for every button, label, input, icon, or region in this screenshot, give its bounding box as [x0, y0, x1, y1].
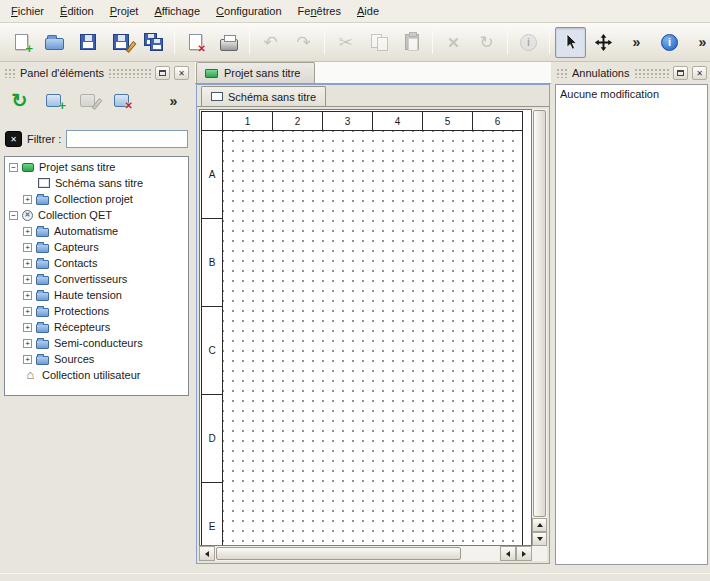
expand-toggle-icon[interactable]: +	[23, 323, 32, 332]
new-project-button[interactable]: +	[6, 27, 37, 58]
ruler-row-A: A	[201, 131, 223, 219]
select-mode-button[interactable]	[555, 27, 586, 58]
tree-item-protections[interactable]: +Protections	[5, 303, 188, 319]
elements-dock: Panel d'éléments ✕ ↻+✕» ✕ Filtrer : −Pro…	[0, 62, 193, 573]
expand-toggle-icon[interactable]: +	[23, 243, 32, 252]
about-button[interactable]: i	[654, 27, 685, 58]
tree-item-projet-sans-titre[interactable]: −Projet sans titre	[5, 159, 188, 175]
tree-item-label: Haute tension	[54, 289, 122, 301]
tree-item-recepteurs[interactable]: +Récepteurs	[5, 319, 188, 335]
elements-panel-toolbar: ↻+✕»	[3, 83, 190, 118]
delete-selection-button: ✕	[438, 27, 469, 58]
dock-grip	[556, 68, 568, 78]
tree-item-semi-conducteurs[interactable]: +Semi-conducteurs	[5, 335, 188, 351]
expand-toggle-icon[interactable]: +	[23, 195, 32, 204]
elements-dock-float-button[interactable]	[155, 66, 170, 80]
expand-toggle-icon[interactable]: +	[23, 227, 32, 236]
tree-item-schema-sans-titre[interactable]: Schéma sans titre	[5, 175, 188, 191]
rotate-icon: ↻	[479, 34, 493, 51]
info-gray-icon: i	[520, 34, 537, 51]
hscroll-trough[interactable]	[215, 546, 500, 561]
expand-toggle-icon[interactable]: +	[23, 275, 32, 284]
ruler-column-2: 2	[273, 111, 323, 131]
new-element-button[interactable]: +	[39, 86, 68, 115]
refresh-icon: ↻	[12, 91, 28, 110]
menu-configuration[interactable]: Configuration	[208, 2, 289, 20]
elements-dock-close-button[interactable]: ✕	[174, 66, 189, 80]
menu-fichier[interactable]: Fichier	[3, 2, 52, 20]
move-icon	[594, 33, 613, 52]
scroll-left-button[interactable]	[199, 546, 215, 561]
scroll-left-button-end[interactable]	[500, 546, 516, 561]
workspace: Panel d'éléments ✕ ↻+✕» ✕ Filtrer : −Pro…	[0, 62, 710, 573]
dock-grip	[4, 68, 16, 78]
expand-toggle-icon[interactable]: +	[23, 291, 32, 300]
menu-affichage[interactable]: Affichage	[146, 2, 208, 20]
hscroll-thumb[interactable]	[216, 547, 461, 560]
delete-element-button[interactable]: ✕	[107, 86, 136, 115]
undo-item[interactable]: Aucune modification	[558, 86, 705, 102]
toolbar-separator	[249, 30, 250, 54]
tab-diagram[interactable]: Schéma sans titre	[201, 86, 326, 106]
elements-dock-titlebar[interactable]: Panel d'éléments ✕	[4, 65, 189, 81]
menu-aide[interactable]: Aide	[349, 2, 387, 20]
menu-projet[interactable]: Projet	[102, 2, 147, 20]
reload-collections-button[interactable]: ↻	[5, 86, 34, 115]
ruler-column-3: 3	[323, 111, 373, 131]
toolbar-overflow-button[interactable]: »	[621, 27, 652, 58]
tree-item-automatisme[interactable]: +Automatisme	[5, 223, 188, 239]
clear-filter-button[interactable]: ✕	[5, 131, 22, 147]
save-all-button[interactable]	[138, 27, 169, 58]
scroll-down-button[interactable]	[532, 532, 547, 546]
close-icon: ✕	[696, 69, 703, 78]
copy-button	[363, 27, 394, 58]
menu-fenetres[interactable]: Fenêtres	[290, 2, 349, 20]
tree-item-convertisseurs[interactable]: +Convertisseurs	[5, 271, 188, 287]
diagram-canvas[interactable]: 123456 ABCDE	[199, 109, 532, 546]
scroll-right-button[interactable]	[516, 546, 532, 561]
filter-input[interactable]	[66, 130, 188, 148]
tree-item-collection-qet[interactable]: −Collection QET	[5, 207, 188, 223]
edit-element-icon	[80, 94, 95, 107]
tree-item-capteurs[interactable]: +Capteurs	[5, 239, 188, 255]
tree-item-contacts[interactable]: +Contacts	[5, 255, 188, 271]
tree-item-haute-tension[interactable]: +Haute tension	[5, 287, 188, 303]
schema-icon	[38, 178, 50, 188]
undo-dock-close-button[interactable]: ✕	[692, 66, 707, 80]
open-project-button[interactable]	[39, 27, 70, 58]
save-button[interactable]	[72, 27, 103, 58]
panel-overflow-button[interactable]: »	[159, 86, 188, 115]
save-as-button[interactable]	[105, 27, 136, 58]
delete-icon: ✕	[447, 35, 460, 50]
collapse-toggle-icon[interactable]: −	[9, 211, 18, 220]
menu-bar: FichierÉditionProjetAffichageConfigurati…	[0, 0, 710, 23]
undo-dock-title: Annulations	[572, 67, 630, 79]
horizontal-scrollbar[interactable]	[199, 546, 532, 561]
help-toolbar-overflow-button[interactable]: »	[687, 27, 710, 58]
tree-item-collection-utilisateur[interactable]: Collection utilisateur	[5, 367, 188, 383]
vscroll-trough[interactable]	[532, 109, 547, 518]
vscroll-thumb[interactable]	[533, 110, 546, 517]
expand-toggle-icon[interactable]: +	[23, 307, 32, 316]
redo-button: ↷	[288, 27, 319, 58]
diagram-frame: 123456 ABCDE	[201, 111, 523, 546]
tab-project[interactable]: Projet sans titre	[196, 62, 315, 83]
tree-item-label: Collection projet	[54, 193, 133, 205]
undo-dock-titlebar[interactable]: Annulations ✕	[556, 65, 707, 81]
expand-toggle-icon[interactable]: +	[23, 259, 32, 268]
ruler-row-E: E	[201, 483, 223, 546]
undo-history-list[interactable]: Aucune modification	[555, 84, 708, 565]
down-arrow-icon	[537, 537, 543, 541]
expand-toggle-icon[interactable]: +	[23, 339, 32, 348]
tree-item-collection-projet[interactable]: +Collection projet	[5, 191, 188, 207]
undo-dock-float-button[interactable]	[673, 66, 688, 80]
close-project-button[interactable]: ✕	[180, 27, 211, 58]
expand-toggle-icon[interactable]: +	[23, 355, 32, 364]
scroll-up-button[interactable]	[532, 518, 547, 532]
tree-item-sources[interactable]: +Sources	[5, 351, 188, 367]
menu-edition[interactable]: Édition	[52, 2, 102, 20]
pan-mode-button[interactable]	[588, 27, 619, 58]
collapse-toggle-icon[interactable]: −	[9, 163, 18, 172]
vertical-scrollbar[interactable]	[532, 109, 547, 546]
print-button[interactable]	[213, 27, 244, 58]
